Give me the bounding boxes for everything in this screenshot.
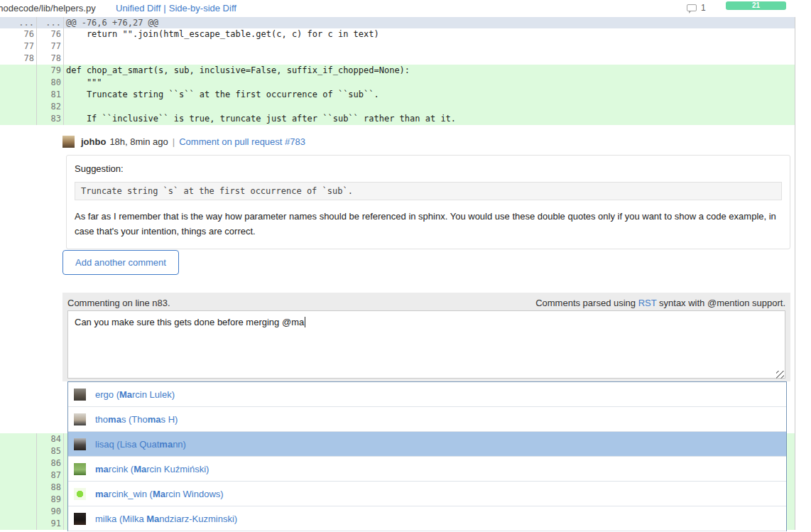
new-line-number[interactable]: 89	[37, 494, 64, 506]
mention-item-lisaq[interactable]: lisaq (Lisa Quatmann)	[68, 432, 786, 457]
comment-count: 1	[701, 3, 706, 13]
hunk-header-text: @@ -76,6 +76,27 @@	[64, 17, 795, 28]
new-line-number[interactable]: 84	[37, 433, 64, 445]
links-separator: |	[163, 3, 165, 13]
diff-line-row: 7777	[0, 40, 795, 53]
diff-line-row: 7878	[0, 53, 795, 65]
new-line-number[interactable]: 76	[37, 28, 64, 40]
new-line-number[interactable]: 91	[37, 518, 64, 530]
unified-diff-link[interactable]: Unified Diff	[116, 3, 160, 13]
avatar	[62, 136, 75, 148]
old-line-number: 77	[0, 40, 37, 53]
new-line-number[interactable]: 77	[37, 40, 64, 53]
comment-help-text: Comments parsed using RST syntax with @m…	[535, 298, 785, 308]
diff-lines-top: 7676 return "".join(html_escape_table.ge…	[0, 28, 795, 125]
comment-author: johbo	[81, 136, 106, 147]
avatar	[74, 488, 86, 500]
old-line-number	[0, 469, 37, 482]
code-line: If ``inclusive`` is true, truncate just …	[64, 113, 795, 125]
diff-line-row: 80 """	[0, 77, 795, 89]
new-line-number[interactable]: 81	[37, 89, 64, 101]
avatar	[74, 389, 86, 401]
rst-link[interactable]: RST	[638, 298, 657, 308]
comment-draft-text: Can you make sure this gets done before …	[75, 317, 304, 327]
mention-autocomplete-dropdown: ergo (Marcin Lulek)thomas (Thomas H)lisa…	[67, 381, 787, 531]
comment-form: Commenting on line n83. Comments parsed …	[62, 293, 790, 381]
code-line: def chop_at_smart(s, sub, inclusive=Fals…	[64, 65, 795, 77]
diff-stat-bar: 21	[726, 1, 786, 10]
diff-toolbar: rhodecode/lib/helpers.py Unified Diff|Si…	[0, 0, 811, 17]
comment-paragraph: As far as I remember that is the way how…	[75, 209, 782, 239]
old-line-number	[0, 89, 37, 101]
hunk-header-row: ... ... @@ -76,6 +76,27 @@	[0, 17, 795, 28]
new-line-number[interactable]: 88	[37, 482, 64, 494]
mention-item-label: marcink (Marcin Kuźmiński)	[95, 464, 209, 474]
mention-item-label: lisaq (Lisa Quatmann)	[95, 439, 186, 450]
mention-item-marcink[interactable]: marcink (Marcin Kuźmiński)	[68, 457, 786, 482]
pull-request-link[interactable]: Comment on pull request #783	[179, 136, 305, 147]
code-line	[64, 40, 795, 53]
code-line	[64, 101, 795, 113]
mention-item-thomas[interactable]: thomas (Thomas H)	[68, 407, 786, 432]
mention-item-label: thomas (Thomas H)	[95, 414, 178, 425]
old-line-number	[0, 445, 37, 457]
new-line-number[interactable]: 87	[37, 469, 64, 482]
old-line-number	[0, 506, 37, 518]
diff-line-row: 83 If ``inclusive`` is true, truncate ju…	[0, 113, 795, 125]
diff-view-switcher: Unified Diff|Side-by-side Diff	[116, 3, 236, 13]
old-line-number	[0, 518, 37, 530]
code-line: Truncate string ``s`` at the first occur…	[64, 89, 795, 101]
mention-item-milka[interactable]: milka (Milka Mandziarz-Kuzminski)	[68, 506, 786, 531]
comment-timestamp: 18h, 8min ago	[109, 136, 168, 147]
diff-line-row: 81 Truncate string ``s`` at the first oc…	[0, 89, 795, 101]
new-line-number[interactable]: 78	[37, 53, 64, 65]
new-line-number[interactable]: 80	[37, 77, 64, 89]
code-line: """	[64, 77, 795, 89]
mention-item-marcink_win[interactable]: marcink_win (Marcin Windows)	[68, 482, 786, 506]
old-line-number	[0, 457, 37, 469]
old-line-number	[0, 65, 37, 77]
avatar	[74, 413, 86, 425]
old-line-number	[0, 482, 37, 494]
comment-header: johbo 18h, 8min ago | Comment on pull re…	[62, 136, 305, 148]
old-line-number	[0, 77, 37, 89]
help-suffix: syntax with @mention support.	[656, 298, 785, 308]
new-line-number[interactable]: 82	[37, 101, 64, 113]
diff-line-row: 7676 return "".join(html_escape_table.ge…	[0, 28, 795, 40]
new-line-number[interactable]: 90	[37, 506, 64, 518]
avatar	[74, 513, 86, 525]
new-line-number[interactable]: 83	[37, 113, 64, 125]
mention-item-label: milka (Milka Mandziarz-Kuzminski)	[95, 514, 237, 524]
comment-code-block: Truncate string `s` at the first occurre…	[75, 182, 782, 200]
hunk-new-mark: ...	[37, 17, 64, 28]
side-by-side-diff-link[interactable]: Side-by-side Diff	[169, 3, 236, 13]
comment-intro: Suggestion:	[75, 163, 782, 174]
commenting-on-label: Commenting on line n83.	[67, 298, 170, 308]
text-caret	[305, 317, 305, 327]
comment-textarea[interactable]: Can you make sure this gets done before …	[67, 310, 785, 379]
help-prefix: Comments parsed using	[535, 298, 638, 308]
new-line-number[interactable]: 79	[37, 65, 64, 77]
old-line-number	[0, 101, 37, 113]
comment-form-header: Commenting on line n83. Comments parsed …	[62, 293, 790, 311]
code-line	[64, 53, 795, 65]
avatar	[74, 438, 86, 450]
old-line-number	[0, 433, 37, 445]
file-path: rhodecode/lib/helpers.py	[0, 3, 96, 13]
mention-item-label: marcink_win (Marcin Windows)	[95, 489, 224, 499]
comment-body: Suggestion: Truncate string `s` at the f…	[66, 155, 790, 249]
add-another-comment-button[interactable]: Add another comment	[62, 250, 179, 275]
old-line-number: 78	[0, 53, 37, 65]
code-line: return "".join(html_escape_table.get(c, …	[64, 28, 795, 40]
diff-line-row: 79def chop_at_smart(s, sub, inclusive=Fa…	[0, 65, 795, 77]
avatar	[74, 463, 86, 475]
old-line-number: 76	[0, 28, 37, 40]
diff-line-row: 82	[0, 101, 795, 113]
hunk-old-mark: ...	[0, 17, 37, 28]
mention-item-ergo[interactable]: ergo (Marcin Lulek)	[68, 382, 786, 407]
new-line-number[interactable]: 85	[37, 445, 64, 457]
new-line-number[interactable]: 86	[37, 457, 64, 469]
mention-item-label: ergo (Marcin Lulek)	[95, 389, 175, 400]
textarea-resize-grip[interactable]	[776, 371, 784, 379]
comment-counter: 1	[687, 3, 706, 13]
